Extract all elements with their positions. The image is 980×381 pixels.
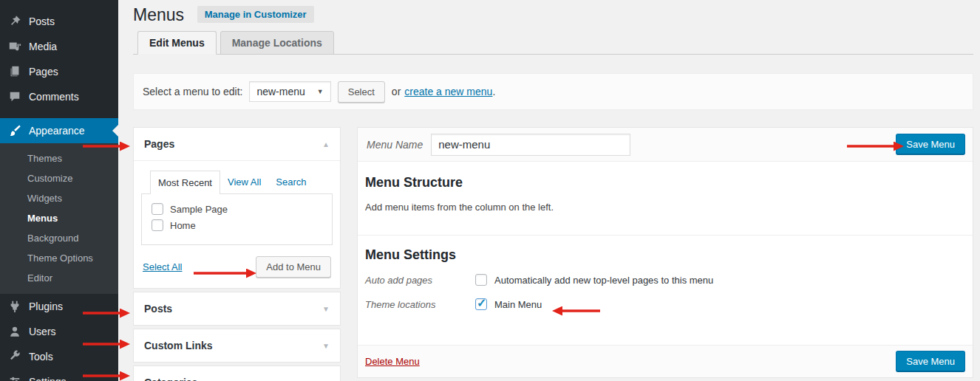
pages-panel-actions: Select All Add to Menu [141, 245, 333, 278]
checkbox-label: Sample Page [170, 204, 228, 215]
manage-in-customizer-button[interactable]: Manage in Customizer [197, 6, 314, 23]
page-title: Menus [133, 4, 184, 26]
pages-panel-header[interactable]: Pages ▲ [134, 128, 340, 160]
tab-view-all[interactable]: View All [220, 171, 268, 193]
tab-search[interactable]: Search [268, 171, 313, 193]
theme-locations-label: Theme locations [365, 298, 475, 310]
custom-links-panel-header[interactable]: Custom Links ▼ [134, 329, 340, 362]
menu-select-value: new-menu [256, 86, 304, 97]
sample-page-checkbox[interactable] [152, 203, 163, 215]
sidebar-item-label: Media [29, 41, 57, 52]
delete-menu-link[interactable]: Delete Menu [365, 356, 420, 367]
expand-triangle-icon[interactable]: ▼ [322, 305, 330, 313]
plug-icon [7, 299, 22, 314]
menu-name-input[interactable] [431, 134, 630, 156]
pages-panel-body: Most Recent View All Search Sample Page [134, 160, 340, 288]
custom-links-panel-title: Custom Links [144, 340, 213, 351]
media-icon [7, 39, 22, 54]
menu-select-dropdown[interactable]: new-menu ▼ [249, 81, 330, 102]
auto-add-pages-row: Auto add pages Automatically add new top… [365, 274, 965, 286]
sidebar-item-pages[interactable]: Pages [0, 59, 118, 84]
create-new-menu-link[interactable]: create a new menu [404, 86, 492, 97]
sidebar-item-label: Pages [29, 66, 58, 78]
select-button[interactable]: Select [338, 81, 385, 103]
sidebar-item-tools[interactable]: Tools [0, 344, 118, 369]
auto-add-pages-label: Auto add pages [365, 274, 475, 286]
categories-panel-header[interactable]: Categories ▼ [134, 366, 340, 381]
sidebar-item-appearance[interactable]: Appearance [0, 118, 118, 143]
add-to-menu-button[interactable]: Add to Menu [256, 256, 331, 278]
pages-checklist: Sample Page Home [141, 193, 333, 245]
expand-triangle-icon[interactable]: ▼ [322, 342, 330, 350]
menu-items-column: Pages ▲ Most Recent View All Search S [133, 127, 341, 381]
menu-editor-footer: Delete Menu Save Menu [358, 345, 973, 377]
main-menu-checkbox[interactable] [475, 298, 487, 310]
tab-manage-locations[interactable]: Manage Locations [220, 31, 334, 55]
chevron-down-icon: ▼ [317, 88, 324, 95]
sidebar-item-label: Appearance [29, 125, 85, 137]
sidebar-item-label: Posts [29, 16, 55, 27]
sidebar-item-label: Comments [29, 91, 79, 103]
submenu-item-themes[interactable]: Themes [0, 148, 118, 168]
or-text: or [392, 86, 401, 97]
submenu-item-theme-options[interactable]: Theme Options [0, 248, 118, 268]
sidebar-item-label: Settings [29, 376, 67, 381]
auto-add-pages-text: Automatically add new top-level pages to… [494, 275, 713, 286]
tab-edit-menus[interactable]: Edit Menus [137, 31, 217, 55]
submenu-item-editor[interactable]: Editor [0, 268, 118, 288]
auto-add-pages-checkbox[interactable] [475, 274, 487, 286]
expand-triangle-icon[interactable]: ▼ [322, 379, 330, 381]
sidebar-item-users[interactable]: Users [0, 319, 118, 344]
menu-settings-heading: Menu Settings [365, 247, 965, 263]
sidebar-item-media[interactable]: Media [0, 34, 118, 59]
menu-editor-body: Menu Structure Add menu items from the c… [358, 162, 973, 345]
submenu-item-widgets[interactable]: Widgets [0, 188, 118, 208]
user-icon [7, 324, 22, 339]
custom-links-panel: Custom Links ▼ [133, 329, 341, 363]
home-checkbox[interactable] [152, 219, 163, 231]
menu-editor-panel: Menu Name Save Menu Menu Structure Add m… [357, 127, 973, 378]
sidebar-item-comments[interactable]: Comments [0, 84, 118, 109]
comment-bubble-icon [7, 89, 22, 104]
menu-select-label: Select a menu to edit: [143, 86, 242, 97]
submenu-item-customize[interactable]: Customize [0, 168, 118, 188]
sidebar-separator [0, 109, 118, 118]
menu-structure-heading: Menu Structure [365, 175, 965, 190]
posts-panel-title: Posts [144, 303, 172, 315]
admin-sidebar: Posts Media Pages Comments Appearance [0, 0, 118, 381]
save-menu-button-top[interactable]: Save Menu [896, 134, 965, 155]
posts-panel: Posts ▼ [133, 292, 341, 326]
sidebar-item-settings[interactable]: Settings [0, 369, 118, 381]
pages-icon [7, 64, 22, 79]
list-item: Home [142, 217, 332, 233]
sidebar-item-label: Tools [29, 351, 53, 363]
sidebar-item-posts[interactable]: Posts [0, 9, 118, 34]
sidebar-item-plugins[interactable]: Plugins [0, 294, 118, 319]
submenu-item-background[interactable]: Background [0, 228, 118, 248]
list-item: Sample Page [142, 201, 332, 217]
pages-panel: Pages ▲ Most Recent View All Search S [133, 127, 341, 289]
select-all-link[interactable]: Select All [143, 261, 182, 272]
submenu-item-menus[interactable]: Menus [0, 208, 118, 228]
wordpress-admin: Posts Media Pages Comments Appearance [0, 0, 980, 381]
posts-panel-header[interactable]: Posts ▼ [134, 292, 340, 325]
menu-structure-help: Add menu items from the column on the le… [365, 202, 965, 213]
pages-filter-tabs: Most Recent View All Search [141, 168, 333, 193]
tab-most-recent[interactable]: Most Recent [150, 171, 220, 194]
sidebar-item-label: Users [29, 326, 56, 337]
categories-panel-title: Categories [144, 377, 197, 381]
settings-sliders-icon [7, 374, 22, 381]
period-text: . [492, 86, 495, 97]
collapse-triangle-icon[interactable]: ▲ [322, 140, 330, 148]
save-menu-button-bottom[interactable]: Save Menu [896, 351, 965, 372]
appearance-submenu: Themes Customize Widgets Menus Backgroun… [0, 143, 118, 294]
paintbrush-icon [7, 123, 22, 138]
sidebar-item-label: Plugins [29, 301, 63, 312]
pushpin-icon [7, 14, 22, 29]
menu-editor-columns: Pages ▲ Most Recent View All Search S [133, 127, 973, 381]
nav-tabs: Edit Menus Manage Locations [133, 28, 973, 55]
main-menu-text: Main Menu [494, 299, 542, 310]
menu-select-bar: Select a menu to edit: new-menu ▼ Select… [133, 73, 973, 110]
menu-name-label: Menu Name [367, 139, 423, 151]
theme-locations-row: Theme locations Main Menu [365, 298, 965, 310]
